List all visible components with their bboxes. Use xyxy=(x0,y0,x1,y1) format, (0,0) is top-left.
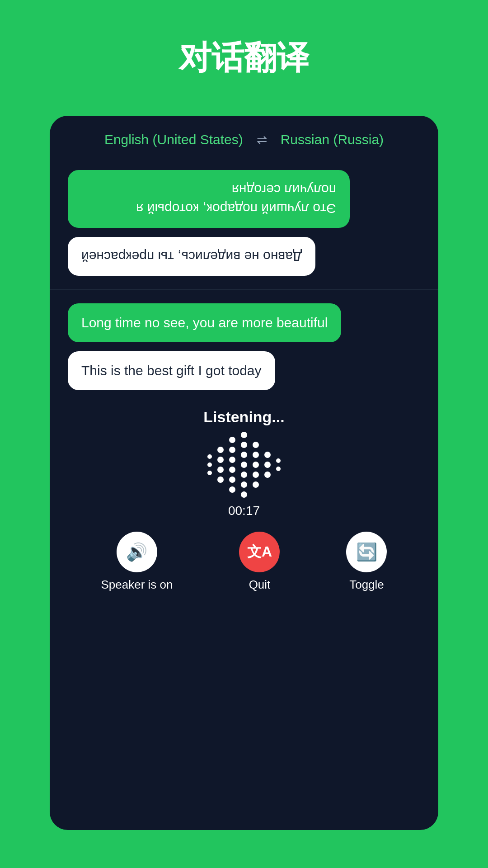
language-bar: English (United States) ⇌ Russian (Russi… xyxy=(50,116,438,161)
wave-col-5 xyxy=(253,442,259,488)
wave-dot xyxy=(229,486,235,493)
wave-dot xyxy=(264,452,271,458)
toggle-control: 🔄 Toggle xyxy=(346,532,387,592)
wave-col-1 xyxy=(207,454,212,475)
wave-dot xyxy=(207,462,212,467)
wave-dot xyxy=(241,452,247,458)
wave-dot xyxy=(229,457,235,463)
waveform-visualizer xyxy=(198,433,290,496)
speaker-button[interactable]: 🔊 xyxy=(117,532,157,572)
wave-dot xyxy=(253,481,259,488)
wave-dot xyxy=(229,467,235,473)
message-bubble-green-english: Long time no see, you are more beautiful xyxy=(68,303,341,342)
wave-dot xyxy=(217,457,224,463)
timer-display: 00:17 xyxy=(228,504,260,518)
chat-area-top: Это лучший подарок, который я получил се… xyxy=(50,161,438,285)
wave-col-3 xyxy=(229,437,235,493)
toggle-label: Toggle xyxy=(349,578,384,592)
toggle-icon: 🔄 xyxy=(356,542,377,562)
source-language[interactable]: English (United States) xyxy=(104,132,243,147)
wave-dot xyxy=(229,437,235,443)
wave-dot xyxy=(229,476,235,483)
listening-label: Listening... xyxy=(203,408,284,426)
quit-control: 文A Quit xyxy=(239,532,280,592)
wave-dot xyxy=(217,447,224,453)
wave-col-4 xyxy=(241,432,247,498)
quit-label: Quit xyxy=(249,578,271,592)
wave-dot xyxy=(264,472,271,478)
page-title: 对话翻译 xyxy=(179,36,309,80)
wave-col-7 xyxy=(276,458,281,471)
message-text: This is the best gift I got today xyxy=(81,363,262,378)
listening-section: Listening... xyxy=(50,399,438,523)
speaker-control: 🔊 Speaker is on xyxy=(101,532,173,592)
quit-button[interactable]: 文A xyxy=(239,532,280,572)
wave-dot xyxy=(241,472,247,478)
bottom-controls: 🔊 Speaker is on 文A Quit 🔄 Toggle xyxy=(50,523,438,596)
wave-dot xyxy=(241,481,247,488)
wave-dot xyxy=(241,442,247,448)
wave-dot xyxy=(229,447,235,453)
wave-dot xyxy=(207,454,212,459)
speaker-icon: 🔊 xyxy=(126,542,147,562)
message-bubble-white-english: This is the best gift I got today xyxy=(68,351,275,390)
wave-dot xyxy=(276,458,281,463)
wave-col-6 xyxy=(264,452,271,478)
message-text: Давно не виделись, ты прекрасней xyxy=(81,247,302,266)
message-bubble-green-flipped: Это лучший подарок, который я получил се… xyxy=(68,170,350,228)
chat-divider xyxy=(50,289,438,290)
swap-icon[interactable]: ⇌ xyxy=(257,132,267,147)
wave-dot xyxy=(253,462,259,468)
translation-card: English (United States) ⇌ Russian (Russi… xyxy=(50,116,438,830)
message-text: Это лучший подарок, который я получил се… xyxy=(81,180,336,218)
wave-col-2 xyxy=(217,447,224,483)
wave-dot xyxy=(217,467,224,473)
wave-dot xyxy=(253,472,259,478)
wave-dot xyxy=(253,452,259,458)
chat-area-bottom: Long time no see, you are more beautiful… xyxy=(50,294,438,399)
wave-dot xyxy=(241,462,247,468)
toggle-button[interactable]: 🔄 xyxy=(346,532,387,572)
wave-dot xyxy=(241,491,247,498)
target-language[interactable]: Russian (Russia) xyxy=(281,132,384,147)
translate-icon: 文A xyxy=(247,542,272,562)
wave-dot xyxy=(217,476,224,483)
message-text: Long time no see, you are more beautiful xyxy=(81,315,328,330)
message-bubble-white-flipped: Давно не виделись, ты прекрасней xyxy=(68,237,315,276)
speaker-label: Speaker is on xyxy=(101,578,173,592)
wave-dot xyxy=(264,462,271,468)
wave-dot xyxy=(276,467,281,471)
wave-dot xyxy=(207,471,212,475)
wave-dot xyxy=(253,442,259,448)
wave-dot xyxy=(241,432,247,438)
